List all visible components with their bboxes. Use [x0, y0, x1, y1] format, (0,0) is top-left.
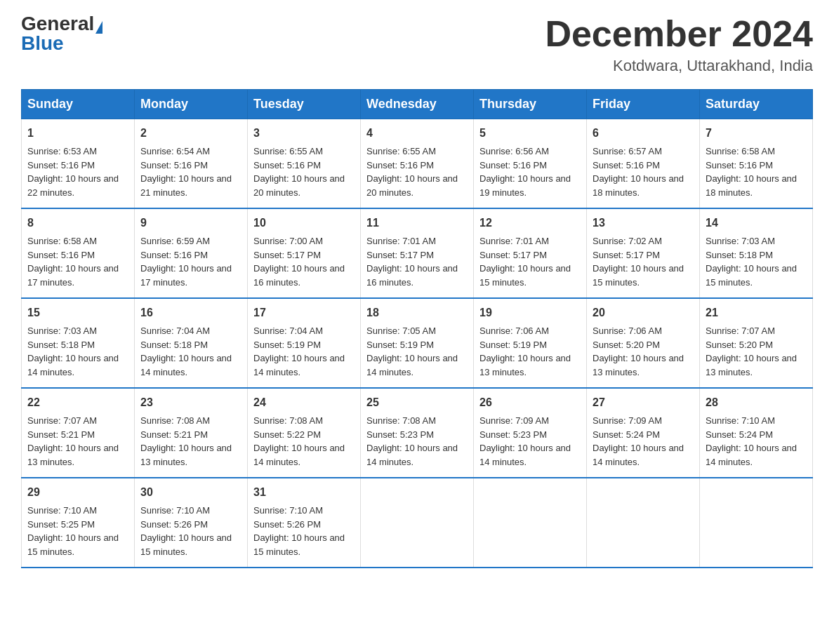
table-row: 20 Sunrise: 7:06 AMSunset: 5:20 PMDaylig… [587, 298, 700, 388]
calendar-header-row: Sunday Monday Tuesday Wednesday Thursday… [22, 90, 813, 119]
table-row [474, 478, 587, 568]
col-wednesday: Wednesday [361, 90, 474, 119]
calendar-table: Sunday Monday Tuesday Wednesday Thursday… [21, 89, 813, 568]
day-number: 21 [706, 304, 807, 321]
day-info: Sunrise: 7:08 AMSunset: 5:23 PMDaylight:… [366, 415, 458, 467]
table-row: 25 Sunrise: 7:08 AMSunset: 5:23 PMDaylig… [361, 388, 474, 478]
table-row: 21 Sunrise: 7:07 AMSunset: 5:20 PMDaylig… [700, 298, 813, 388]
day-number: 11 [366, 215, 468, 232]
table-row: 11 Sunrise: 7:01 AMSunset: 5:17 PMDaylig… [361, 208, 474, 298]
table-row [700, 478, 813, 568]
day-number: 27 [593, 394, 694, 411]
table-row: 10 Sunrise: 7:00 AMSunset: 5:17 PMDaylig… [248, 208, 361, 298]
table-row [587, 478, 700, 568]
day-number: 25 [366, 394, 468, 411]
table-row: 18 Sunrise: 7:05 AMSunset: 5:19 PMDaylig… [361, 298, 474, 388]
day-info: Sunrise: 6:53 AMSunset: 5:16 PMDaylight:… [27, 146, 119, 198]
day-info: Sunrise: 6:57 AMSunset: 5:16 PMDaylight:… [593, 146, 684, 198]
day-info: Sunrise: 7:09 AMSunset: 5:23 PMDaylight:… [479, 415, 571, 467]
day-number: 15 [27, 304, 128, 321]
day-number: 7 [706, 125, 807, 142]
day-number: 23 [140, 394, 241, 411]
table-row: 8 Sunrise: 6:58 AMSunset: 5:16 PMDayligh… [22, 208, 135, 298]
day-info: Sunrise: 7:06 AMSunset: 5:20 PMDaylight:… [593, 326, 684, 377]
table-row: 22 Sunrise: 7:07 AMSunset: 5:21 PMDaylig… [22, 388, 135, 478]
table-row: 19 Sunrise: 7:06 AMSunset: 5:19 PMDaylig… [474, 298, 587, 388]
day-number: 12 [479, 215, 581, 232]
day-number: 29 [27, 484, 128, 501]
day-info: Sunrise: 7:02 AMSunset: 5:17 PMDaylight:… [593, 236, 684, 288]
day-info: Sunrise: 7:09 AMSunset: 5:24 PMDaylight:… [593, 415, 684, 467]
title-area: December 2024 Kotdwara, Uttarakhand, Ind… [545, 14, 813, 75]
table-row: 15 Sunrise: 7:03 AMSunset: 5:18 PMDaylig… [22, 298, 135, 388]
day-number: 1 [27, 125, 128, 142]
table-row: 9 Sunrise: 6:59 AMSunset: 5:16 PMDayligh… [135, 208, 248, 298]
day-info: Sunrise: 6:58 AMSunset: 5:16 PMDaylight:… [706, 146, 797, 198]
day-info: Sunrise: 6:56 AMSunset: 5:16 PMDaylight:… [479, 146, 571, 198]
day-info: Sunrise: 7:01 AMSunset: 5:17 PMDaylight:… [366, 236, 458, 288]
day-number: 31 [253, 484, 355, 501]
day-number: 26 [479, 394, 581, 411]
table-row: 17 Sunrise: 7:04 AMSunset: 5:19 PMDaylig… [248, 298, 361, 388]
day-number: 14 [706, 215, 807, 232]
table-row: 24 Sunrise: 7:08 AMSunset: 5:22 PMDaylig… [248, 388, 361, 478]
day-number: 28 [706, 394, 807, 411]
month-title: December 2024 [545, 14, 813, 54]
table-row: 12 Sunrise: 7:01 AMSunset: 5:17 PMDaylig… [474, 208, 587, 298]
table-row: 27 Sunrise: 7:09 AMSunset: 5:24 PMDaylig… [587, 388, 700, 478]
page-header: General Blue December 2024 Kotdwara, Utt… [21, 14, 813, 75]
logo-triangle-icon [95, 21, 102, 34]
day-info: Sunrise: 6:59 AMSunset: 5:16 PMDaylight:… [140, 236, 232, 288]
logo-text: General [21, 14, 102, 34]
col-sunday: Sunday [22, 90, 135, 119]
table-row: 4 Sunrise: 6:55 AMSunset: 5:16 PMDayligh… [361, 119, 474, 209]
table-row: 6 Sunrise: 6:57 AMSunset: 5:16 PMDayligh… [587, 119, 700, 209]
day-info: Sunrise: 7:04 AMSunset: 5:18 PMDaylight:… [140, 326, 232, 377]
table-row [361, 478, 474, 568]
table-row: 3 Sunrise: 6:55 AMSunset: 5:16 PMDayligh… [248, 119, 361, 209]
day-info: Sunrise: 7:10 AMSunset: 5:24 PMDaylight:… [706, 415, 797, 467]
col-saturday: Saturday [700, 90, 813, 119]
table-row: 31 Sunrise: 7:10 AMSunset: 5:26 PMDaylig… [248, 478, 361, 568]
day-info: Sunrise: 6:55 AMSunset: 5:16 PMDaylight:… [366, 146, 458, 198]
day-info: Sunrise: 6:54 AMSunset: 5:16 PMDaylight:… [140, 146, 232, 198]
logo-general: General [21, 13, 94, 34]
day-info: Sunrise: 7:08 AMSunset: 5:21 PMDaylight:… [140, 415, 232, 467]
table-row: 14 Sunrise: 7:03 AMSunset: 5:18 PMDaylig… [700, 208, 813, 298]
col-monday: Monday [135, 90, 248, 119]
logo-blue: Blue [21, 32, 64, 54]
day-number: 5 [479, 125, 581, 142]
col-friday: Friday [587, 90, 700, 119]
day-info: Sunrise: 7:10 AMSunset: 5:25 PMDaylight:… [27, 505, 119, 557]
table-row: 30 Sunrise: 7:10 AMSunset: 5:26 PMDaylig… [135, 478, 248, 568]
day-info: Sunrise: 7:03 AMSunset: 5:18 PMDaylight:… [706, 236, 797, 288]
day-info: Sunrise: 6:55 AMSunset: 5:16 PMDaylight:… [253, 146, 345, 198]
day-number: 9 [140, 215, 241, 232]
table-row: 7 Sunrise: 6:58 AMSunset: 5:16 PMDayligh… [700, 119, 813, 209]
day-info: Sunrise: 7:07 AMSunset: 5:20 PMDaylight:… [706, 326, 797, 377]
table-row: 1 Sunrise: 6:53 AMSunset: 5:16 PMDayligh… [22, 119, 135, 209]
table-row: 29 Sunrise: 7:10 AMSunset: 5:25 PMDaylig… [22, 478, 135, 568]
day-info: Sunrise: 7:10 AMSunset: 5:26 PMDaylight:… [253, 505, 345, 557]
calendar-week-row: 22 Sunrise: 7:07 AMSunset: 5:21 PMDaylig… [22, 388, 813, 478]
day-number: 3 [253, 125, 355, 142]
day-info: Sunrise: 7:10 AMSunset: 5:26 PMDaylight:… [140, 505, 232, 557]
table-row: 23 Sunrise: 7:08 AMSunset: 5:21 PMDaylig… [135, 388, 248, 478]
calendar-week-row: 15 Sunrise: 7:03 AMSunset: 5:18 PMDaylig… [22, 298, 813, 388]
day-number: 19 [479, 304, 581, 321]
day-info: Sunrise: 7:06 AMSunset: 5:19 PMDaylight:… [479, 326, 571, 377]
table-row: 28 Sunrise: 7:10 AMSunset: 5:24 PMDaylig… [700, 388, 813, 478]
table-row: 26 Sunrise: 7:09 AMSunset: 5:23 PMDaylig… [474, 388, 587, 478]
day-info: Sunrise: 7:04 AMSunset: 5:19 PMDaylight:… [253, 326, 345, 377]
col-thursday: Thursday [474, 90, 587, 119]
calendar-week-row: 1 Sunrise: 6:53 AMSunset: 5:16 PMDayligh… [22, 119, 813, 209]
location-subtitle: Kotdwara, Uttarakhand, India [545, 57, 813, 75]
day-info: Sunrise: 7:08 AMSunset: 5:22 PMDaylight:… [253, 415, 345, 467]
day-info: Sunrise: 6:58 AMSunset: 5:16 PMDaylight:… [27, 236, 119, 288]
col-tuesday: Tuesday [248, 90, 361, 119]
day-info: Sunrise: 7:05 AMSunset: 5:19 PMDaylight:… [366, 326, 458, 377]
day-info: Sunrise: 7:07 AMSunset: 5:21 PMDaylight:… [27, 415, 119, 467]
day-number: 10 [253, 215, 355, 232]
day-number: 24 [253, 394, 355, 411]
table-row: 2 Sunrise: 6:54 AMSunset: 5:16 PMDayligh… [135, 119, 248, 209]
